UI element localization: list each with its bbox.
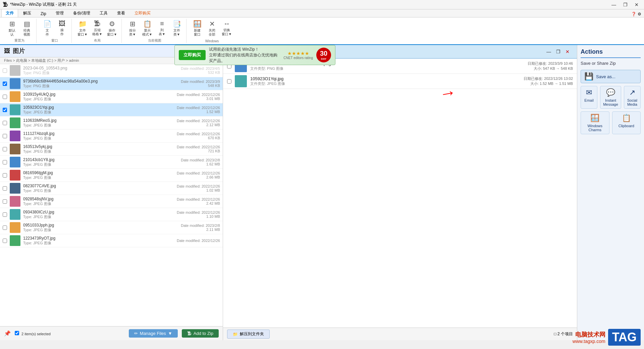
- ribbon-group-label-windows: Windows: [205, 39, 219, 43]
- ribbon-btn-sort[interactable]: ⊞ 按分类▼: [126, 19, 139, 38]
- ribbon-btn-default[interactable]: ⊞ 默认认: [5, 19, 19, 38]
- list-item[interactable]: 0951033Jpph.jpg Type: JPEG 图像 Date modif…: [0, 221, 223, 234]
- new-window-icon: 🪟: [193, 20, 202, 28]
- instant-message-label: Instant Message: [603, 98, 618, 106]
- list-item[interactable]: 103915y4UkQ.jpg Type: JPEG 图像 Date modif…: [0, 90, 223, 103]
- file-checkbox[interactable]: [3, 212, 7, 217]
- list-item[interactable]: 2023-04-05_105543.png Type: PNG 图像 Date …: [0, 64, 223, 77]
- actions-panel: Actions Save or Share Zip 💾 Save as... ✉…: [577, 45, 644, 340]
- file-checkbox[interactable]: [3, 226, 7, 230]
- zip-item-checkbox[interactable]: [227, 79, 231, 84]
- clipboard-button[interactable]: 📋 Clipboard: [612, 111, 641, 134]
- file-info: 103915y4UkQ.jpg Type: JPEG 图像: [23, 92, 177, 102]
- minimize-button[interactable]: —: [609, 1, 619, 8]
- list-item[interactable]: 105923O1Yqi.jpg Type: JPEG 图像 Date modif…: [0, 103, 223, 116]
- ribbon-btn-action-pane[interactable]: ⚙ 操作窗口▼: [105, 19, 119, 38]
- file-date: Date modified: 2022/12/26: [177, 106, 220, 110]
- selected-count: 2 item(s) selected: [15, 331, 51, 336]
- list-item[interactable]: 110633MReoS.jpg Type: JPEG 图像 Date modif…: [0, 116, 223, 130]
- file-info: 9736b68c68f444f65d4ac98a54a00e3.png Type…: [23, 79, 181, 89]
- ribbon-btn-files[interactable]: 📄 文件: [41, 19, 54, 38]
- list-item[interactable]: 0934380ICzU.jpg Type: JPEG 图像 Date modif…: [0, 208, 223, 221]
- add-to-zip-button[interactable]: 🗜 Add to Zip: [182, 329, 219, 338]
- tab-buy[interactable]: 立即购买: [130, 9, 155, 17]
- extract-to-folder-button[interactable]: 📁 解压到文件夹: [227, 330, 270, 339]
- file-thumbnail: [10, 183, 20, 194]
- restore-button[interactable]: ❐: [621, 1, 630, 8]
- instant-message-button[interactable]: 💬 Instant Message: [600, 86, 621, 109]
- banner: 立即购买 试用前必须先激活 WinZip！ 立即通过我们的在线商店放心无忧地购买…: [174, 45, 335, 65]
- file-browser-footer: 📌 2 item(s) selected ✏ Manage Files ▼ 🗜 …: [0, 326, 223, 340]
- save-as-label: Save as...: [596, 74, 615, 79]
- tab-file[interactable]: 文件: [1, 9, 18, 17]
- ribbon-btn-classic[interactable]: ▤ 经典视图: [20, 19, 34, 38]
- file-type: Type: PNG 图像: [23, 70, 181, 76]
- save-as-button[interactable]: 💾 Save as...: [581, 70, 641, 83]
- file-checkbox[interactable]: [3, 160, 7, 164]
- file-checkbox[interactable]: [3, 186, 7, 191]
- file-checkbox[interactable]: [3, 173, 7, 178]
- email-button[interactable]: ✉ Email: [581, 86, 597, 109]
- ribbon-btn-file-pane[interactable]: 📁 文件窗口▼: [76, 19, 89, 38]
- ribbon-group-current-view: ⊞ 按分类▼ 📋 显示模式▼ ≡ 列表▼ 📑 文件类▼ 当前视图: [123, 19, 186, 43]
- ribbon-btn-display[interactable]: 📋 显示模式▼: [141, 19, 154, 38]
- ribbon-btn-actions[interactable]: 🖼 操作: [55, 19, 69, 37]
- ribbon-btn-new-window[interactable]: 🪟 新建窗口: [191, 19, 204, 38]
- file-thumbnail: [10, 78, 20, 89]
- zip-restore-button[interactable]: ❐: [554, 48, 562, 55]
- file-thumbnail: [10, 65, 20, 76]
- file-checkbox[interactable]: [3, 108, 7, 112]
- file-checkbox[interactable]: [3, 68, 7, 73]
- zip-minimize-button[interactable]: —: [545, 48, 553, 55]
- select-all-checkbox[interactable]: [15, 331, 19, 335]
- tab-view[interactable]: 查看: [113, 9, 129, 17]
- display-icon: 📋: [143, 20, 152, 28]
- file-thumbnail: [10, 131, 20, 141]
- file-name: 0823077CAVE.jpg: [23, 184, 177, 188]
- list-item[interactable]: 111127Abzq8.jpg Type: JPEG 图像 Date modif…: [0, 130, 223, 143]
- list-item[interactable]: 1223473RyOT.jpg Type: JPEG 图像 Date modif…: [0, 234, 223, 247]
- ribbon-btn-switch-window[interactable]: ↔ 切换窗口▼: [220, 19, 233, 37]
- ribbon-btn-compress-pane[interactable]: 🗜 压缩格格▼: [91, 19, 104, 37]
- file-meta: Date modified: 2022/12/26 2.66 MB: [177, 171, 220, 179]
- list-item[interactable]: 0823077CAVE.jpg Type: JPEG 图像 Date modif…: [0, 182, 223, 195]
- tab-zip[interactable]: Zip: [36, 10, 51, 17]
- file-checkbox[interactable]: [3, 199, 7, 204]
- file-browser-pane: 🖼 图片 Files > 此电脑 > 本地磁盘 (C:) > 用户 > admi…: [0, 45, 223, 340]
- zip-list-item[interactable]: 105923O1Yqi.jpg 文件类型: JPEG 图像 日期已修改: 202…: [223, 74, 577, 89]
- ribbon-btn-list[interactable]: ≡ 列表▼: [155, 19, 169, 37]
- file-size: 1.62 MB: [181, 162, 220, 166]
- manage-files-button[interactable]: ✏ Manage Files ▼: [129, 329, 178, 338]
- file-name: 111127Abzq8.jpg: [23, 131, 177, 136]
- ribbon-btn-filetype[interactable]: 📑 文件类▼: [170, 19, 183, 38]
- close-button[interactable]: ✕: [632, 1, 641, 8]
- file-checkbox[interactable]: [3, 121, 7, 125]
- file-meta: Date modified: 2023/2/8 1.62 MB: [181, 158, 220, 166]
- file-pane-icon: 📁: [78, 20, 87, 28]
- list-item[interactable]: 163513v5ykj.jpg Type: JPEG 图像 Date modif…: [0, 143, 223, 156]
- buy-now-button[interactable]: 立即购买: [179, 50, 206, 60]
- list-item[interactable]: 0928548sjNV.jpg Type: JPEG 图像 Date modif…: [0, 195, 223, 208]
- list-item[interactable]: 9736b68c68f444f65d4ac98a54a00e3.png Type…: [0, 77, 223, 90]
- file-checkbox[interactable]: [3, 147, 7, 151]
- tab-tools[interactable]: 工具: [95, 9, 112, 17]
- list-item[interactable]: 210143cb1Y8.jpg Type: JPEG 图像 Date modif…: [0, 156, 223, 169]
- ribbon-btn-close-all[interactable]: ✕ 关闭全部: [205, 19, 219, 38]
- file-name: 1223473RyOT.jpg: [23, 236, 177, 241]
- file-info: 110633MReoS.jpg Type: JPEG 图像: [23, 118, 177, 128]
- file-date: Date modified: 2023/4/5: [181, 66, 220, 70]
- file-checkbox[interactable]: [3, 82, 7, 86]
- banner-rating: ★★★★★ CNET editors rating: [283, 51, 313, 60]
- tab-manage[interactable]: 管理: [51, 9, 68, 17]
- file-checkbox[interactable]: [3, 134, 7, 138]
- file-size: 3.01 MB: [177, 97, 220, 101]
- windows-charms-button[interactable]: 🪟 Windows Charms: [581, 111, 609, 134]
- file-checkbox[interactable]: [3, 95, 7, 99]
- tab-extract[interactable]: 解压: [19, 9, 36, 17]
- file-meta: Date modified: 2022/12/26 1.02 MB: [177, 184, 220, 192]
- zip-close-button[interactable]: ✕: [564, 48, 572, 55]
- tab-backup[interactable]: 备份/清理: [69, 9, 95, 17]
- file-checkbox[interactable]: [3, 239, 7, 243]
- list-item[interactable]: 0816596tjgM.jpg Type: JPEG 图像 Date modif…: [0, 169, 223, 182]
- social-media-button[interactable]: ↗ Social Media: [624, 86, 641, 109]
